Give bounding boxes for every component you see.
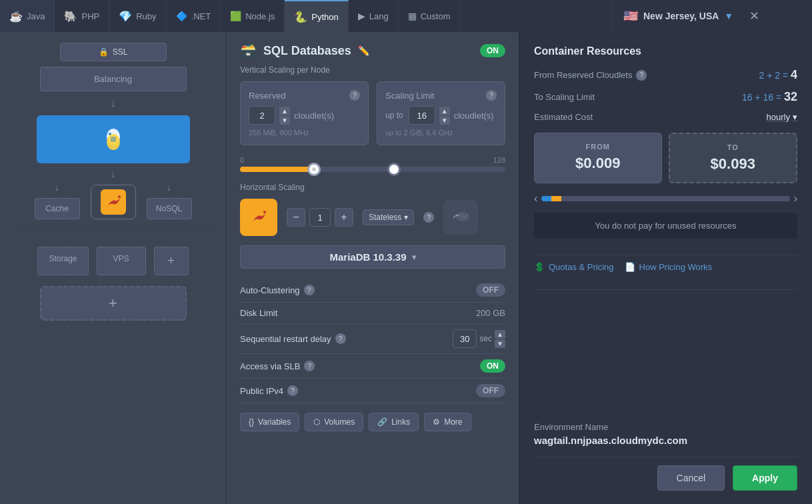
python-node[interactable] — [37, 115, 190, 163]
flow-arrow-1: ↓ — [111, 98, 116, 109]
slider-reserved-thumb[interactable] — [307, 163, 321, 176]
scaling-limit-value[interactable]: 16 — [409, 106, 435, 125]
public-ipv4-help-icon[interactable]: ? — [287, 385, 298, 396]
slider-right-arrow[interactable]: › — [794, 193, 797, 205]
dollar-icon: 💲 — [534, 262, 545, 272]
tab-net[interactable]: 🔷 .NET — [167, 0, 221, 32]
env-name-label: Environment Name — [534, 422, 797, 432]
node-count-control: − 1 + — [287, 208, 353, 227]
estimated-cost-row: Estimated Cost hourly ▾ — [534, 112, 797, 122]
ssl-button[interactable]: 🔒 SSL — [60, 43, 167, 61]
auto-clustering-row: Auto-Clustering ? OFF — [240, 278, 505, 303]
estimated-cost-label: Estimated Cost — [534, 112, 767, 122]
lock-icon: 🔒 — [99, 47, 109, 57]
hourly-dropdown[interactable]: hourly ▾ — [767, 112, 797, 122]
close-icon[interactable]: ✕ — [749, 10, 759, 22]
scaling-limit-cloudlets-row: up to 16 ▲ ▼ cloudlet(s) — [385, 106, 497, 125]
cost-to-label: TO — [683, 143, 783, 151]
public-ipv4-toggle[interactable]: OFF — [476, 384, 505, 397]
volumes-tab[interactable]: ⬡ Volumes — [305, 413, 363, 431]
slider-limit-thumb[interactable] — [387, 163, 401, 176]
sequential-restart-help-icon[interactable]: ? — [335, 333, 346, 344]
cloudlets-slider: 0 128 — [240, 156, 505, 172]
cost-from-value: $0.009 — [548, 155, 648, 172]
reserved-down[interactable]: ▼ — [279, 116, 290, 125]
stateless-help-icon[interactable]: ? — [423, 212, 434, 223]
auto-clustering-toggle[interactable]: OFF — [476, 283, 505, 297]
nosql-button[interactable]: NoSQL — [147, 198, 192, 219]
tab-custom[interactable]: ▦ Custom — [399, 0, 461, 32]
php-icon: 🐘 — [64, 10, 77, 23]
apply-button[interactable]: Apply — [733, 465, 797, 491]
mariadb-icon-node[interactable] — [91, 185, 136, 219]
reserved-cloudlets-label: cloudlet(s) — [294, 111, 334, 121]
tab-php-label: PHP — [81, 11, 99, 21]
slider-left-arrow[interactable]: ‹ — [534, 193, 537, 205]
tab-lang[interactable]: ▶ Lang — [349, 0, 399, 32]
tab-ruby-label: Ruby — [136, 11, 156, 21]
large-add-button[interactable]: + — [40, 286, 187, 321]
tab-python-label: Python — [311, 12, 338, 22]
access-slb-toggle[interactable]: ON — [480, 359, 505, 373]
cost-card-from: FROM $0.009 — [534, 133, 662, 183]
node-count-value[interactable]: 1 — [309, 208, 331, 227]
storage-button[interactable]: Storage — [37, 247, 88, 275]
cache-button[interactable]: Cache — [35, 198, 80, 219]
tab-python[interactable]: 🐍 Python — [285, 0, 348, 32]
more-tab[interactable]: ⚙ More — [424, 413, 471, 431]
mariadb-version-selector[interactable]: MariaDB 10.3.39 ▾ — [240, 245, 505, 269]
scaling-limit-up[interactable]: ▲ — [439, 107, 450, 115]
slider-track[interactable] — [240, 167, 505, 172]
volumes-label: Volumes — [324, 417, 355, 427]
vps-button[interactable]: VPS — [97, 247, 146, 275]
access-slb-help-icon[interactable]: ? — [304, 361, 315, 371]
add-node-button[interactable]: + — [154, 247, 189, 275]
container-resources-title: Container Resources — [534, 45, 797, 57]
links-tab[interactable]: 🔗 Links — [369, 413, 419, 431]
arrow-mariadb: ↓ — [111, 169, 115, 179]
tab-nodejs[interactable]: 🟩 Node.js — [221, 0, 285, 32]
python-logo-icon — [99, 125, 128, 154]
cost-from-label: FROM — [548, 143, 648, 151]
sql-title: SQL Databases — [263, 44, 351, 58]
reserved-stepper[interactable]: ▲ ▼ — [279, 107, 290, 125]
from-cloudlets-help-icon[interactable]: ? — [636, 70, 647, 81]
tab-java[interactable]: ☕ Java — [0, 0, 55, 32]
edit-icon[interactable]: ✏️ — [358, 45, 369, 56]
mariadb-thumb-icon — [246, 205, 271, 230]
tab-php[interactable]: 🐘 PHP — [55, 0, 109, 32]
scaling-limit-down[interactable]: ▼ — [439, 116, 450, 125]
how-pricing-link[interactable]: 📄 How Pricing Works — [625, 262, 713, 272]
auto-clustering-label: Auto-Clustering ? — [240, 285, 476, 295]
quotas-pricing-label: Quotas & Pricing — [549, 262, 614, 272]
variables-icon: {} — [249, 417, 254, 427]
restart-down[interactable]: ▼ — [495, 339, 505, 348]
links-icon: 🔗 — [377, 417, 387, 427]
sequential-restart-stepper[interactable]: ▲ ▼ — [495, 330, 505, 348]
sql-toggle[interactable]: ON — [480, 44, 505, 57]
stateless-dropdown[interactable]: Stateless ▾ — [363, 209, 414, 225]
region-dropdown-arrow[interactable]: ▼ — [724, 11, 733, 21]
reserved-up[interactable]: ▲ — [279, 107, 290, 115]
svg-point-8 — [118, 195, 121, 198]
reserved-help-icon[interactable]: ? — [349, 90, 360, 101]
cost-slider-track[interactable] — [541, 196, 789, 201]
region-name: New Jersey, USA — [643, 11, 719, 21]
variables-tab[interactable]: {} Variables — [240, 413, 299, 431]
quotas-pricing-link[interactable]: 💲 Quotas & Pricing — [534, 262, 614, 272]
balancing-button[interactable]: Balancing — [40, 67, 187, 91]
scaling-boxes: Reserved ? 2 ▲ ▼ cloudlet(s) 256 MiB, 80… — [240, 81, 505, 145]
cancel-button[interactable]: Cancel — [657, 465, 725, 491]
auto-clustering-help-icon[interactable]: ? — [304, 285, 315, 295]
scaling-limit-stepper[interactable]: ▲ ▼ — [439, 107, 450, 125]
sequential-restart-value[interactable]: 30 — [453, 329, 477, 348]
restart-up[interactable]: ▲ — [495, 330, 505, 339]
horizontal-scaling-header: Horizontal Scaling — [240, 183, 505, 192]
tab-nodejs-label: Node.js — [245, 11, 275, 21]
tab-ruby[interactable]: 💎 Ruby — [109, 0, 166, 32]
count-increase-button[interactable]: + — [335, 208, 353, 227]
reserved-info: 256 MiB, 800 MHz — [249, 129, 360, 137]
scaling-limit-help-icon[interactable]: ? — [486, 90, 497, 101]
count-decrease-button[interactable]: − — [287, 208, 305, 227]
reserved-value[interactable]: 2 — [249, 106, 275, 125]
